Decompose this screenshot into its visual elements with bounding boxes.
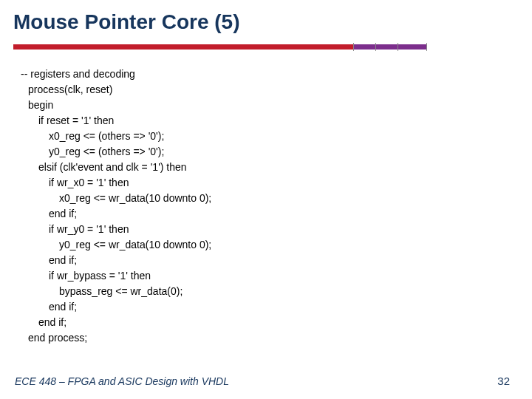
- code-line: if wr_bypass = '1' then: [21, 268, 211, 284]
- rule-tick: [426, 43, 427, 51]
- code-block: -- registers and decoding process(clk, r…: [21, 66, 211, 346]
- code-line: begin: [21, 98, 211, 113]
- code-line: y0_reg <= wr_data(10 downto 0);: [21, 237, 211, 253]
- rule-red: [13, 44, 353, 50]
- code-line: end if;: [21, 206, 211, 222]
- code-line: end process;: [21, 330, 211, 346]
- code-line: if wr_y0 = '1' then: [21, 222, 211, 237]
- code-line: bypass_reg <= wr_data(0);: [21, 284, 211, 299]
- code-line: end if;: [21, 315, 211, 330]
- title-rule: [13, 44, 427, 50]
- rule-tick: [353, 43, 354, 51]
- code-line: if reset = '1' then: [21, 113, 211, 129]
- code-line: if wr_x0 = '1' then: [21, 175, 211, 191]
- rule-tick: [398, 43, 398, 51]
- code-line: -- registers and decoding: [21, 66, 211, 82]
- footer-course: ECE 448 – FPGA and ASIC Design with VHDL: [15, 375, 229, 387]
- page-title: Mouse Pointer Core (5): [13, 10, 239, 34]
- code-line: x0_reg <= wr_data(10 downto 0);: [21, 191, 211, 206]
- rule-tick: [375, 43, 376, 51]
- code-line: y0_reg <= (others => '0');: [21, 144, 211, 160]
- code-line: elsif (clk'event and clk = '1') then: [21, 160, 211, 175]
- page-number: 32: [497, 375, 510, 387]
- slide: Mouse Pointer Core (5) -- registers and …: [0, 0, 532, 399]
- code-line: end if;: [21, 253, 211, 268]
- code-line: process(clk, reset): [21, 82, 211, 98]
- code-line: x0_reg <= (others => '0');: [21, 129, 211, 144]
- code-line: end if;: [21, 299, 211, 315]
